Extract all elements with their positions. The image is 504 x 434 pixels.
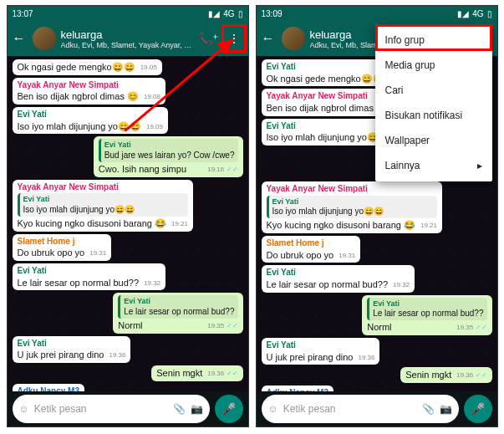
read-ticks-icon: ✓✓ [476,371,487,379]
message-text: Do ubruk opo yo [267,250,334,260]
message-text: Ok ngasi gede mengko😄😄 [267,74,384,84]
call-icon[interactable]: 📞⁺ [198,32,218,45]
menu-bisukan[interactable]: Bisukan notifikasi [375,103,492,128]
group-info[interactable]: keluarga Adku, Evi, Mb, Slamet, Yayak An… [61,28,193,49]
more-icon[interactable]: ⋮ [228,32,240,45]
sender-name: Yayak Anyar New Simpati [18,80,161,91]
quoted-reply: Evi YatiIso iyo mlah dijunjung yo😄😄 [18,193,189,217]
message-out[interactable]: Evi YatiLe lair sesar op normal bud??Nor… [362,295,491,336]
message-in[interactable]: Adku Nancy M3Maklum19.38 [262,385,333,391]
sender-name: Yayak Anyar New Simpati [267,184,438,195]
message-text: Iso iyo mlah dijunjung yo😄😄 [18,121,141,131]
message-text: Ben iso dijak ngbrol dimas 😊 [18,91,139,101]
message-text: Cwo. Isih nang simpu [99,164,186,174]
group-avatar[interactable] [33,27,56,50]
message-in[interactable]: Evi YatiLe lair sesar op normal bud??19.… [13,263,166,290]
chat-header: ← keluarga Adku, Evi, Mb, Slamet, Yayak … [8,21,248,56]
message-text: Senin mgkt [156,368,202,378]
menu-wallpaper[interactable]: Wallpaper [375,128,492,153]
message-text: U juk prei pirang dino [18,350,104,360]
message-out[interactable]: Senin mgkt19.36 ✓✓ [400,367,491,383]
quoted-reply: Evi YatiIso iyo mlah dijunjung yo😄😄 [267,196,438,219]
message-in[interactable]: Yayak Anyar New SimpatiEvi YatiIso iyo m… [262,181,443,233]
camera-icon[interactable]: 📷 [191,403,203,415]
message-text: Ok ngasi gede mengko😄😄 [18,62,135,72]
message-in[interactable]: Yayak Anyar New SimpatiBen iso dijak ngb… [13,78,166,105]
emoji-icon[interactable]: ☺ [19,403,29,415]
message-time: 19.16 ✓✓ [207,164,237,174]
message-text: Kyo kucing ngko disusoni barang 😂 [267,220,416,230]
status-time: 13:09 [262,9,283,18]
mic-button[interactable]: 🎤 [215,395,243,423]
network-label: 4G [472,9,483,18]
input-placeholder: Ketik pesan [283,403,417,415]
sender-name: Adku Nancy M3 [267,388,328,391]
message-in[interactable]: Evi YatiIso iyo mlah dijunjung yo😄 [262,119,389,146]
menu-lainnya[interactable]: Lainnya▸ [375,153,492,178]
message-text: Senin mgkt [405,370,451,380]
attach-icon[interactable]: 📎 [422,403,435,415]
message-out[interactable]: Evi YatiBud jare wes lairan yo? Cow /cwe… [94,136,243,177]
quoted-reply: Evi YatiBud jare wes lairan yo? Cow /cwe… [99,139,238,162]
message-time: 19.36 ✓✓ [456,370,486,380]
mic-button[interactable]: 🎤 [464,395,492,423]
sender-name: Slamet Home j [267,238,356,249]
status-time: 13:07 [13,9,33,18]
message-out[interactable]: Senin mgkt19.36 ✓✓ [151,365,242,381]
message-text: Iso iyo mlah dijunjung yo😄 [267,132,379,142]
phone-left: 13:07 ▮◢ 4G ▯ ← keluarga Adku, Evi, Mb, … [7,5,249,427]
attach-icon[interactable]: 📎 [173,403,186,415]
read-ticks-icon: ✓✓ [227,322,238,329]
message-text: Le lair sesar op normal bud?? [18,278,140,288]
message-text: Ben iso dijak ngbrol dimas 😊 [267,103,388,113]
group-avatar[interactable] [282,27,305,50]
message-in[interactable]: Slamet Home jDo ubruk opo yo19.31 [13,234,112,261]
back-icon[interactable]: ← [260,31,277,46]
overflow-menu: Info grup Media grup Cari Bisukan notifi… [375,24,492,181]
message-in[interactable]: Evi YatiU juk prei pirang dino19.36 [13,336,131,363]
sender-name: Evi Yati [267,340,375,351]
quoted-reply: Evi YatiLe lair sesar op normal bud?? [367,298,486,321]
menu-media-grup[interactable]: Media grup [375,53,492,78]
message-in[interactable]: Evi YatiLe lair sesar op normal bud??19.… [262,265,415,292]
read-ticks-icon: ✓✓ [476,324,487,331]
message-time: 19.36 ✓✓ [207,368,237,378]
message-in[interactable]: Yayak Anyar New SimpatiEvi YatiIso iyo m… [13,180,194,232]
message-text: Do ubruk opo yo [18,248,85,258]
chat-pane-left[interactable]: Ok ngasi gede mengko😄😄19.05Yayak Anyar N… [8,56,248,391]
message-in[interactable]: Ok ngasi gede mengko😄😄19.05 [13,59,162,75]
menu-info-grup[interactable]: Info grup [375,28,492,53]
message-input[interactable]: ☺ Ketik pesan 📎 📷 [262,395,459,423]
menu-cari[interactable]: Cari [375,78,492,103]
message-in[interactable]: Adku Nancy M3Maklum19.38 [13,384,84,391]
message-time: 19.31 [89,248,106,258]
status-bar: 13:09 ▮◢ 4G ▯ [257,6,497,21]
sender-name: Evi Yati [18,110,164,120]
message-time: 19.05 [140,62,157,72]
message-text: Kyo kucing ngko disusoni barang 😂 [18,218,167,228]
message-time: 19.35 ✓✓ [207,320,237,330]
sender-name: Evi Yati [18,339,126,350]
message-in[interactable]: Evi YatiIso iyo mlah dijunjung yo😄😄19.09 [13,107,169,134]
emoji-icon[interactable]: ☺ [268,403,278,415]
sender-name: Adku Nancy M3 [18,386,79,391]
back-icon[interactable]: ← [11,31,28,46]
network-label: 4G [223,9,234,18]
message-time: 19.21 [420,220,437,230]
group-subtitle: Adku, Evi, Mb, Slamet, Yayak Anyar, +62 … [61,41,193,49]
group-name: keluarga [61,28,193,41]
message-out[interactable]: Evi YatiLe lair sesar op normal bud??Nor… [113,293,242,334]
sender-name: Slamet Home j [18,237,107,248]
message-text: U juk prei pirang dino [267,352,354,362]
message-in[interactable]: Evi YatiU juk prei pirang dino19.36 [262,338,380,365]
signal-icon: ▮◢ [208,9,220,18]
status-bar: 13:07 ▮◢ 4G ▯ [8,6,248,21]
message-time: 19.36 [358,352,374,362]
message-time: 19.35 ✓✓ [456,322,486,332]
battery-icon: ▯ [238,9,243,18]
message-time: 19.36 [109,350,125,360]
camera-icon[interactable]: 📷 [440,403,452,415]
message-in[interactable]: Slamet Home jDo ubruk opo yo19.31 [262,236,361,263]
message-time: 19.32 [393,279,410,289]
message-input[interactable]: ☺ Ketik pesan 📎 📷 [13,395,210,423]
